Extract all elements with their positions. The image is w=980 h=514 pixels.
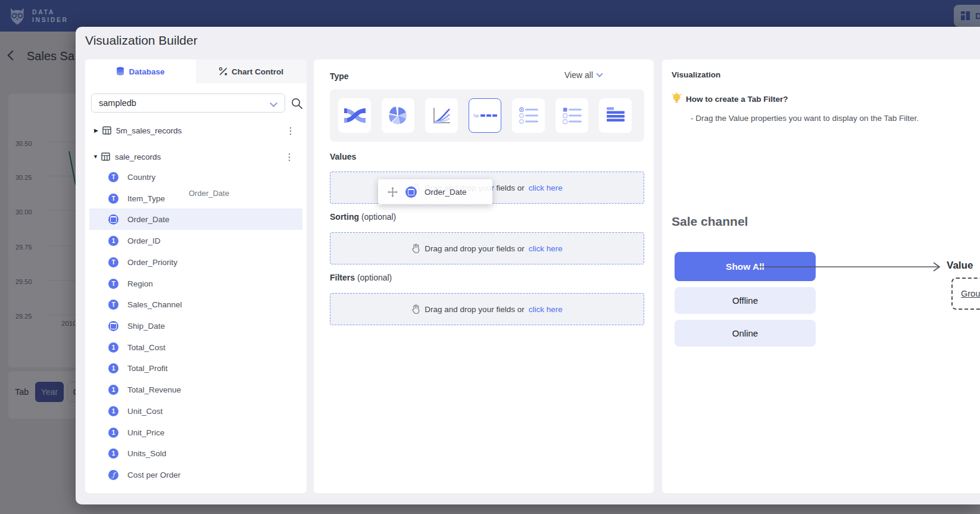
field-row[interactable]: 1Total_Profit [89,357,302,379]
field-row[interactable]: 1Unit_Price [89,422,302,443]
tab-database[interactable]: Database [85,60,196,83]
annotation-value-label: Value [947,260,973,272]
field-row[interactable]: TSales_Channel [89,294,302,315]
field-row[interactable]: Ship_Date [89,315,302,337]
number-field-icon: 1 [108,363,118,373]
tab-filter-icon: Tab [473,114,497,118]
sorting-dropzone[interactable]: Drag and drop your fields or click here [330,232,644,264]
field-row[interactable]: 1Total_Revenue [89,379,302,400]
chart-type-strip: Tab [330,89,644,142]
tip-title: How to create a Tab Filter? [686,95,788,104]
table-name: sale_records [115,152,161,161]
annotation-group-link[interactable]: Group [961,289,980,298]
field-row[interactable]: 1Total_Cost [89,337,302,358]
number-field-icon: 1 [108,236,118,246]
click-here-link[interactable]: click here [529,183,563,192]
tab-filter-online-button[interactable]: Online [675,320,816,347]
date-field-icon [108,214,118,225]
chart-type-table[interactable] [599,98,632,133]
database-icon [116,67,124,76]
lightbulb-icon [671,92,682,104]
tools-icon [219,67,227,76]
owl-logo-icon [8,6,26,26]
text-field-icon: T [108,172,118,182]
number-field-icon: 1 [108,428,118,438]
pie-chart-icon [389,106,408,125]
caret-collapsed-icon[interactable]: ▶ [94,127,102,133]
number-field-icon: 1 [108,448,118,459]
chart-type-multi-choice[interactable] [555,98,588,133]
kebab-menu-icon[interactable]: ⋮ [285,151,294,163]
visualization-label: Visualization [672,70,720,79]
field-row-order-date-selected[interactable]: Order_Date [89,208,302,230]
move-icon [388,187,398,197]
tab-database-label: Database [129,67,164,76]
dashboard-layout-icon [960,11,970,21]
search-icon[interactable] [291,97,304,110]
function-field-icon: ƒ [108,470,118,480]
sankey-chart-icon [344,107,366,124]
view-all-button[interactable]: View all [564,70,602,80]
field-row[interactable]: TOrder_Priority [89,251,302,273]
sorting-section-label: Sorting (optional) [330,212,396,222]
text-field-icon: T [108,257,118,267]
drag-ghost-label: Order_Date [425,188,467,197]
tab-chart-control-label: Chart Control [232,67,283,76]
click-here-link[interactable]: click here [529,244,563,253]
text-field-icon: T [108,300,118,310]
date-field-icon [405,186,417,198]
dashboard-button[interactable]: D [954,5,980,27]
caret-expanded-icon[interactable]: ▼ [93,154,101,160]
table-row-sale-records[interactable]: ▼ sale_records ⋮ [93,148,302,166]
modal-title: Visualization Builder [85,33,198,48]
drag-hand-icon [411,244,420,253]
text-field-icon: T [108,194,118,204]
brand-logo: DATA INSIDER [8,6,68,26]
tip-body: - Drag the Value properties you want to … [691,114,919,123]
field-row[interactable]: TRegion [89,273,302,294]
table-icon [102,126,111,135]
drag-source-text: Order_Date [189,189,229,198]
table-icon [101,152,110,161]
filters-section-label: Filters (optional) [330,273,392,282]
drag-hand-icon [411,304,420,314]
dropzone-placeholder: Drag and drop your fields or [425,305,524,314]
database-select-input[interactable] [91,94,285,113]
view-all-label: View all [564,70,593,80]
checkbox-list-icon [562,107,582,124]
field-row[interactable]: 1Unit_Cost [89,400,302,422]
annotation-group-box: Group [951,278,980,310]
number-field-icon: 1 [108,385,118,395]
radio-list-icon [519,107,539,124]
annotation-arrow [755,260,947,274]
data-table-icon [606,107,626,124]
chart-type-line[interactable] [425,98,458,133]
tab-chart-control[interactable]: Chart Control [196,60,307,83]
type-section-label: Type [330,71,349,81]
field-row[interactable]: 1Units_Sold [89,443,302,464]
number-field-icon: 1 [108,342,118,353]
table-name: 5m_sales_records [116,126,182,135]
drag-ghost-chip[interactable]: Order_Date [378,179,492,204]
click-here-link[interactable]: click here [529,305,563,314]
table-row-5m-sales-records[interactable]: ▶ 5m_sales_records ⋮ [94,122,302,139]
kebab-menu-icon[interactable]: ⋮ [286,125,295,136]
field-row[interactable]: TCountry [89,166,302,188]
chart-type-single-choice[interactable] [512,98,545,133]
chart-type-tab-filter-selected[interactable]: Tab [469,98,501,133]
dashboard-button-label: D [975,11,980,21]
date-field-icon [108,321,118,331]
app-screen: Sales Sa 30.50 30.25 30.00 29.75 29.50 2… [0,0,980,514]
chart-type-sankey[interactable] [338,98,371,133]
field-row[interactable]: ƒCost per Order [89,464,302,485]
chart-type-pie[interactable] [382,98,414,133]
preview-chart-title: Sale channel [672,214,748,229]
brand-text: DATA INSIDER [32,8,68,24]
number-field-icon: 1 [108,406,118,416]
chevron-down-icon [596,70,603,77]
filters-dropzone[interactable]: Drag and drop your fields or click here [330,293,644,325]
tab-filter-offline-button[interactable]: Offline [675,287,816,314]
text-field-icon: T [108,279,118,289]
field-row[interactable]: 1Order_ID [89,230,302,251]
values-section-label: Values [330,152,356,161]
